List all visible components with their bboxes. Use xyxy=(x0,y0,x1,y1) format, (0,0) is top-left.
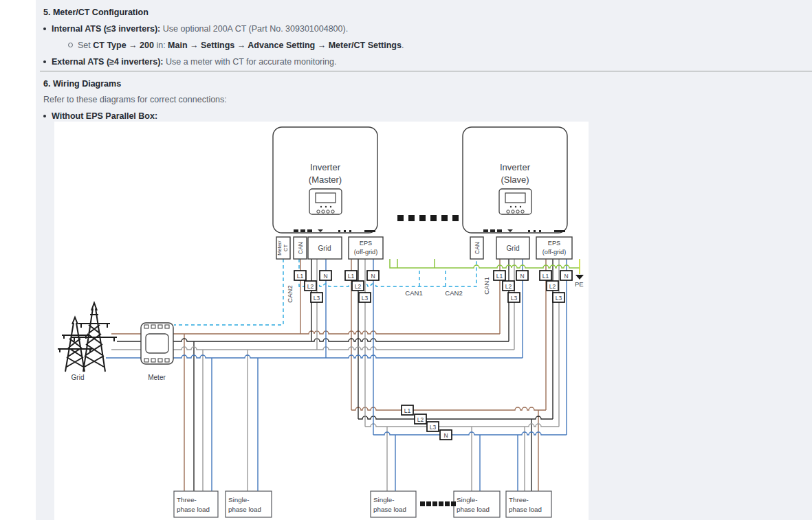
terminal-labels: L1 L2 L3 N L1 L2 L3 N L1 L2 L3 N L1 L2 L… xyxy=(294,271,572,440)
terminal-label: L3 xyxy=(314,295,320,302)
l3-wires xyxy=(111,259,559,492)
can1-mid-label: CAN1 xyxy=(405,289,422,297)
inverter-slave-subtitle: (Slave) xyxy=(501,174,529,185)
bullet-internal-ats-rest: Use optional 200A CT (Part No. 309301004… xyxy=(160,24,348,34)
port-eps-label: EPS xyxy=(548,240,560,247)
bus-label: L3 xyxy=(430,424,437,431)
master-ports: Meter/ CT CAN Grid EPS (off-grid) xyxy=(276,237,383,259)
bullet-without-eps-bold: Without EPS Parallel Box: xyxy=(52,111,157,121)
bullet-dot-icon xyxy=(43,27,46,30)
port-grid-label: Grid xyxy=(507,245,520,252)
pe-ground-icon xyxy=(575,275,584,280)
can2-master-label: CAN2 xyxy=(286,285,294,302)
terminal-label: N xyxy=(323,273,327,280)
n-wires xyxy=(106,259,567,492)
sub-bullet-circle-icon xyxy=(68,43,73,47)
bus-label: N xyxy=(443,432,448,439)
inverter-slave: Inverter (Slave) xyxy=(463,127,567,233)
sub-bullet-ct-type: Set CT Type → 200 in: Main → Settings → … xyxy=(68,41,404,50)
load-label: Three- xyxy=(177,496,197,504)
port-can-label: CAN xyxy=(297,242,304,254)
load-label2: phase load xyxy=(177,506,210,513)
bullet-internal-ats-bold: Internal ATS (≤3 inverters): xyxy=(52,24,160,34)
slave-ports: CAN Grid EPS (off-grid) xyxy=(470,237,572,259)
l1-wires xyxy=(111,259,546,492)
load-label2: phase load xyxy=(457,506,490,513)
sub-seg2: CT Type → 200 xyxy=(93,41,154,50)
load-boxes: Three- phase load Single- phase load Sin… xyxy=(174,491,551,517)
more-loads-ellipsis-icon xyxy=(420,501,456,506)
bullet-dot-icon xyxy=(43,115,46,117)
port-can-label: CAN xyxy=(474,242,481,254)
port-meter-ct-label2: CT xyxy=(283,245,289,251)
grid-tower-icon xyxy=(58,303,117,372)
bullet-external-ats: External ATS (≥4 inverters): Use a meter… xyxy=(43,57,336,67)
inverter-slave-title: Inverter xyxy=(500,162,531,172)
can2-mid-label: CAN2 xyxy=(445,289,462,297)
pe-label: PE xyxy=(575,280,584,288)
load-label2: phase load xyxy=(228,506,261,513)
bullet-dot-icon xyxy=(43,60,46,63)
terminal-label: N xyxy=(564,273,568,280)
load-label: Three- xyxy=(509,496,529,504)
terminal-label: L1 xyxy=(348,273,355,280)
bus-label: L2 xyxy=(417,416,424,423)
terminal-label: L3 xyxy=(556,295,562,302)
sub-seg4: Main → Settings → Advance Setting → Mete… xyxy=(168,41,402,50)
terminal-label: L1 xyxy=(542,273,549,280)
can1-slave-label: CAN1 xyxy=(483,277,490,294)
sub-seg1: Set xyxy=(78,41,93,50)
port-grid-label: Grid xyxy=(318,245,331,252)
load-label: Single- xyxy=(457,496,478,504)
bullet-external-ats-rest: Use a meter with CT for accurate monitor… xyxy=(163,57,336,67)
terminal-label: L1 xyxy=(297,273,304,280)
terminal-label: L2 xyxy=(505,283,512,290)
bullet-external-ats-bold: External ATS (≥4 inverters): xyxy=(52,57,163,67)
port-eps-label: EPS xyxy=(360,240,372,247)
load-label2: phase load xyxy=(509,506,542,513)
section-divider xyxy=(40,71,812,71)
can-comm-wires xyxy=(174,259,476,325)
terminal-label: L2 xyxy=(549,283,556,290)
wiring-diagram-svg: PE Grid Meter Inverter (Master) Inver xyxy=(54,122,589,520)
inverter-master-title: Inverter xyxy=(310,162,341,172)
bullet-internal-ats: Internal ATS (≤3 inverters): Use optiona… xyxy=(43,24,348,34)
section5-heading: 5. Meter/CT Configuration xyxy=(43,8,149,17)
grid-caption: Grid xyxy=(72,374,85,381)
inverter-display xyxy=(309,189,342,214)
meter-icon xyxy=(141,323,173,364)
inverter-master-subtitle: (Master) xyxy=(309,174,342,185)
load-label: Single- xyxy=(228,496,250,504)
section6-heading: 6. Wiring Diagrams xyxy=(43,79,121,89)
port-eps-label2: (off-grid) xyxy=(354,249,378,256)
terminal-label: L1 xyxy=(496,273,503,280)
section6-intro: Refer to these diagrams for correct conn… xyxy=(43,95,227,104)
bus-label: L1 xyxy=(404,407,411,414)
load-label2: phase load xyxy=(373,506,406,513)
inverter-master: Inverter (Master) xyxy=(273,127,377,233)
bullet-without-eps: Without EPS Parallel Box: xyxy=(43,111,157,121)
terminal-label: N xyxy=(371,273,375,280)
terminal-label: L3 xyxy=(362,295,369,302)
port-eps-label2: (off-grid) xyxy=(542,249,567,256)
load-label: Single- xyxy=(373,496,395,504)
wiring-diagram: PE Grid Meter Inverter (Master) Inver xyxy=(54,122,589,520)
inverter-display xyxy=(499,189,531,214)
sub-seg3: in: xyxy=(154,41,168,50)
port-meter-ct-label: Meter/ xyxy=(276,240,283,255)
sub-seg5: . xyxy=(402,41,404,50)
terminal-label: L2 xyxy=(355,283,362,290)
terminal-label: N xyxy=(520,273,524,280)
meter-caption: Meter xyxy=(148,374,166,381)
more-inverters-ellipsis-icon xyxy=(397,215,459,221)
terminal-label: L3 xyxy=(511,295,518,302)
terminal-label: L2 xyxy=(307,283,314,290)
